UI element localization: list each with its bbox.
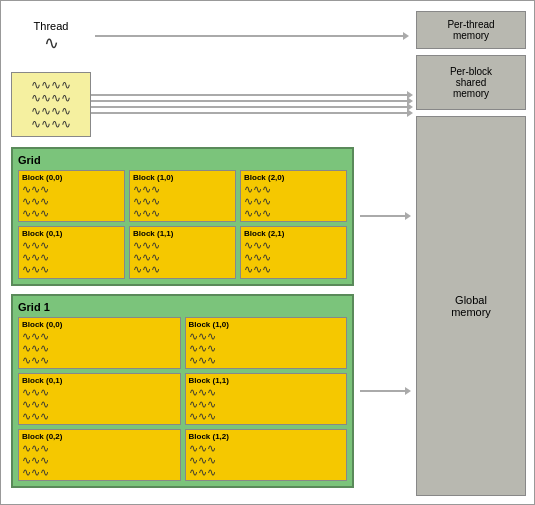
arrow-3	[91, 106, 408, 108]
global-memory-box: Global memory	[416, 116, 526, 496]
grid1-arrow	[358, 390, 408, 392]
grid1-label: Grid 1	[18, 301, 347, 313]
main-container: Thread ∿ ∿∿∿∿ ∿∿∿∿ ∿∿∿∿ ∿∿∿∿	[1, 1, 535, 505]
arrow-1	[91, 94, 408, 96]
right-memory-column: Per-thread memory Per-block shared memor…	[416, 11, 526, 496]
table-row: Block (0,1) ∿∿∿∿∿∿∿∿∿	[18, 226, 125, 278]
thread-block-box: ∿∿∿∿ ∿∿∿∿ ∿∿∿∿ ∿∿∿∿	[11, 72, 91, 137]
thread-title: Thread	[34, 20, 69, 32]
grid1-container: Grid 1 Block (0,0) ∿∿∿∿∿∿∿∿∿ Block (1,0)…	[11, 294, 354, 489]
grid1-wrapper: Grid 1 Block (0,0) ∿∿∿∿∿∿∿∿∿ Block (1,0)…	[11, 294, 354, 489]
thread-block-wavy: ∿∿∿∿ ∿∿∿∿ ∿∿∿∿ ∿∿∿∿	[31, 79, 71, 130]
thread-label-area: Thread ∿	[11, 20, 91, 52]
thread-block-arrows	[91, 94, 408, 114]
table-row: Block (2,0) ∿∿∿∿∿∿∿∿∿	[240, 170, 347, 222]
grid1-section: Grid 1 Block (0,0) ∿∿∿∿∿∿∿∿∿ Block (1,0)…	[11, 294, 408, 489]
grid1-blocks-2col: Block (0,0) ∿∿∿∿∿∿∿∿∿ Block (1,0) ∿∿∿∿∿∿…	[18, 317, 347, 482]
grid-blocks-3col: Block (0,0) ∿∿∿∿∿∿∿∿∿ Block (1,0) ∿∿∿∿∿∿…	[18, 170, 347, 279]
thread-wavy-icon: ∿	[44, 34, 59, 52]
left-column: Thread ∿ ∿∿∿∿ ∿∿∿∿ ∿∿∿∿ ∿∿∿∿	[11, 11, 408, 496]
grid-container: Grid Block (0,0) ∿∿∿∿∿∿∿∿∿ Block (1,0) ∿…	[11, 147, 354, 286]
thread-block-section: ∿∿∿∿ ∿∿∿∿ ∿∿∿∿ ∿∿∿∿	[11, 69, 408, 139]
grid-arrow	[358, 215, 408, 217]
grid-label: Grid	[18, 154, 347, 166]
table-row: Block (1,0) ∿∿∿∿∿∿∿∿∿	[185, 317, 348, 369]
table-row: Block (0,0) ∿∿∿∿∿∿∿∿∿	[18, 317, 181, 369]
table-row: Block (1,1) ∿∿∿∿∿∿∿∿∿	[129, 226, 236, 278]
table-row: Block (1,0) ∿∿∿∿∿∿∿∿∿	[129, 170, 236, 222]
table-row: Block (0,0) ∿∿∿∿∿∿∿∿∿	[18, 170, 125, 222]
table-row: Block (1,1) ∿∿∿∿∿∿∿∿∿	[185, 373, 348, 425]
grid-wrapper: Grid Block (0,0) ∿∿∿∿∿∿∿∿∿ Block (1,0) ∿…	[11, 147, 354, 286]
table-row: Block (0,2) ∿∿∿∿∿∿∿∿∿	[18, 429, 181, 481]
per-block-memory-box: Per-block shared memory	[416, 55, 526, 110]
table-row: Block (2,1) ∿∿∿∿∿∿∿∿∿	[240, 226, 347, 278]
thread-section: Thread ∿	[11, 11, 408, 61]
table-row: Block (1,2) ∿∿∿∿∿∿∿∿∿	[185, 429, 348, 481]
arrow-2	[91, 100, 408, 102]
per-thread-memory-box: Per-thread memory	[416, 11, 526, 49]
table-row: Block (0,1) ∿∿∿∿∿∿∿∿∿	[18, 373, 181, 425]
grid-section: Grid Block (0,0) ∿∿∿∿∿∿∿∿∿ Block (1,0) ∿…	[11, 147, 408, 286]
arrow-4	[91, 112, 408, 114]
